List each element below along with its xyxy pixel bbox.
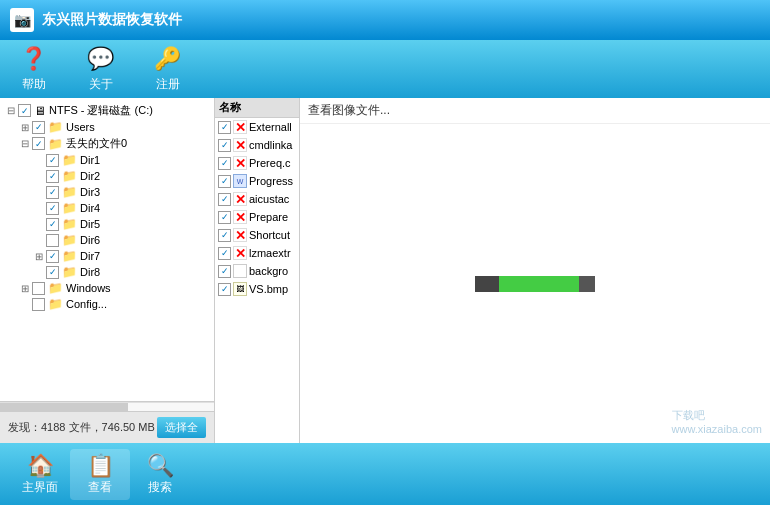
file-icon-doc: W [233, 174, 247, 188]
toolbar-about[interactable]: 💬 关于 [87, 46, 114, 93]
dir2-label: Dir2 [80, 170, 100, 182]
file-checkbox[interactable] [218, 229, 231, 242]
tree-item-lost[interactable]: ⊟ 📁 丢失的文件0 [0, 135, 214, 152]
config-checkbox[interactable] [32, 298, 45, 311]
tree-item-windows[interactable]: ⊞ 📁 Windows [0, 280, 214, 296]
file-checkbox[interactable] [218, 247, 231, 260]
tree-item-dir7[interactable]: ⊞ 📁 Dir7 [0, 248, 214, 264]
file-icon-x: ✕ [233, 192, 247, 206]
dir2-checkbox[interactable] [46, 170, 59, 183]
progress-green [499, 276, 579, 292]
dir5-label: Dir5 [80, 218, 100, 230]
dir6-label: Dir6 [80, 234, 100, 246]
select-all-button[interactable]: 选择全 [157, 417, 206, 438]
tree-item-dir2[interactable]: 📁 Dir2 [0, 168, 214, 184]
nav-search-label: 搜索 [148, 479, 172, 496]
windows-checkbox[interactable] [32, 282, 45, 295]
app-title: 东兴照片数据恢复软件 [42, 11, 182, 29]
expand-icon: ⊟ [18, 138, 32, 149]
list-item[interactable]: ✕ cmdlinka [215, 136, 299, 154]
list-item[interactable]: W Progress [215, 172, 299, 190]
toolbar-help-label: 帮助 [22, 76, 46, 93]
tree-item-dir8[interactable]: 📁 Dir8 [0, 264, 214, 280]
main-content: ⊟ 🖥 NTFS - 逻辑磁盘 (C:) ⊞ 📁 Users ⊟ 📁 丢失的文件… [0, 98, 770, 443]
users-label: Users [66, 121, 95, 133]
file-name: Shortcut [249, 229, 290, 241]
progress-bar [475, 276, 595, 292]
lost-checkbox[interactable] [32, 137, 45, 150]
key-icon: 🔑 [154, 46, 181, 72]
file-checkbox[interactable] [218, 265, 231, 278]
tree-item-dir1[interactable]: 📁 Dir1 [0, 152, 214, 168]
list-item[interactable]: ✕ lzmaextr [215, 244, 299, 262]
dir3-checkbox[interactable] [46, 186, 59, 199]
file-list-header: 名称 [215, 98, 299, 118]
tree-item-dir5[interactable]: 📁 Dir5 [0, 216, 214, 232]
file-name: lzmaextr [249, 247, 291, 259]
tree-item-users[interactable]: ⊞ 📁 Users [0, 119, 214, 135]
file-name: Progress [249, 175, 293, 187]
file-checkbox[interactable] [218, 121, 231, 134]
right-panel: 查看图像文件... 下载吧 www.xiazaiba.com [300, 98, 770, 443]
file-name: cmdlinka [249, 139, 292, 151]
folder-icon: 📁 [62, 249, 77, 263]
list-item[interactable]: backgro [215, 262, 299, 280]
file-name: backgro [249, 265, 288, 277]
list-item[interactable]: 🖼 VS.bmp [215, 280, 299, 298]
tree-root[interactable]: ⊟ 🖥 NTFS - 逻辑磁盘 (C:) [0, 102, 214, 119]
nav-view[interactable]: 📋 查看 [70, 449, 130, 500]
dir1-checkbox[interactable] [46, 154, 59, 167]
file-checkbox[interactable] [218, 139, 231, 152]
home-icon: 🏠 [27, 453, 54, 479]
file-tree: ⊟ 🖥 NTFS - 逻辑磁盘 (C:) ⊞ 📁 Users ⊟ 📁 丢失的文件… [0, 98, 214, 401]
dir8-checkbox[interactable] [46, 266, 59, 279]
tree-item-dir4[interactable]: 📁 Dir4 [0, 200, 214, 216]
list-item[interactable]: ✕ Shortcut [215, 226, 299, 244]
toolbar-help[interactable]: ❓ 帮助 [20, 46, 47, 93]
file-checkbox[interactable] [218, 283, 231, 296]
left-status: 发现：4188 文件，746.50 MB 选择全 [0, 411, 214, 443]
file-icon-x: ✕ [233, 156, 247, 170]
expand-icon: ⊟ [4, 105, 18, 116]
file-checkbox[interactable] [218, 157, 231, 170]
tree-item-dir3[interactable]: 📁 Dir3 [0, 184, 214, 200]
watermark: 下载吧 www.xiazaiba.com [672, 408, 762, 435]
file-checkbox[interactable] [218, 211, 231, 224]
file-checkbox[interactable] [218, 175, 231, 188]
folder-icon: 📁 [62, 201, 77, 215]
dir3-label: Dir3 [80, 186, 100, 198]
about-icon: 💬 [87, 46, 114, 72]
folder-icon: 📁 [62, 265, 77, 279]
file-name: Prepare [249, 211, 288, 223]
folder-icon: 📁 [62, 153, 77, 167]
root-checkbox[interactable] [18, 104, 31, 117]
watermark-line1: 下载吧 [672, 408, 762, 423]
file-checkbox[interactable] [218, 193, 231, 206]
folder-icon: 📁 [48, 297, 63, 311]
dir5-checkbox[interactable] [46, 218, 59, 231]
folder-icon: 📁 [62, 169, 77, 183]
dir7-label: Dir7 [80, 250, 100, 262]
dir7-checkbox[interactable] [46, 250, 59, 263]
view-icon: 📋 [87, 453, 114, 479]
file-icon-blank [233, 264, 247, 278]
users-checkbox[interactable] [32, 121, 45, 134]
preview-header: 查看图像文件... [300, 98, 770, 124]
nav-search[interactable]: 🔍 搜索 [130, 449, 190, 500]
folder-icon: 🖥 [34, 104, 46, 118]
folder-icon: 📁 [62, 217, 77, 231]
tree-item-config[interactable]: 📁 Config... [0, 296, 214, 312]
file-name: Externall [249, 121, 292, 133]
file-icon-x: ✕ [233, 120, 247, 134]
nav-home[interactable]: 🏠 主界面 [10, 449, 70, 500]
left-panel: ⊟ 🖥 NTFS - 逻辑磁盘 (C:) ⊞ 📁 Users ⊟ 📁 丢失的文件… [0, 98, 215, 443]
tree-item-dir6[interactable]: 📁 Dir6 [0, 232, 214, 248]
list-item[interactable]: ✕ Prepare [215, 208, 299, 226]
list-item[interactable]: ✕ Externall [215, 118, 299, 136]
dir4-checkbox[interactable] [46, 202, 59, 215]
bottom-nav: 🏠 主界面 📋 查看 🔍 搜索 [0, 443, 770, 505]
toolbar-register[interactable]: 🔑 注册 [154, 46, 181, 93]
dir6-checkbox[interactable] [46, 234, 59, 247]
list-item[interactable]: ✕ aicustac [215, 190, 299, 208]
list-item[interactable]: ✕ Prereq.c [215, 154, 299, 172]
